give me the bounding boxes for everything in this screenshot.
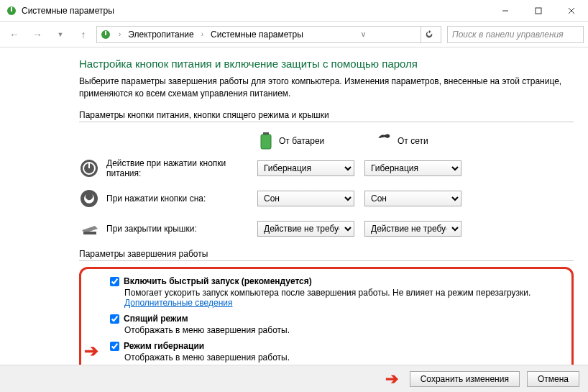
sleep-button-row: При нажатии кнопки сна: Сон Сон xyxy=(79,188,574,209)
sleep-item: Спящий режим Отображать в меню завершени… xyxy=(110,314,561,335)
sleep-checkbox[interactable] xyxy=(110,314,119,324)
sleep-icon xyxy=(79,188,99,209)
address-bar: ← → ▼ ↑ › Электропитание › Системные пар… xyxy=(0,22,588,47)
hibernate-checkbox[interactable] xyxy=(110,342,119,351)
lid-label: При закрытии крышки: xyxy=(106,224,257,234)
lid-ac-select[interactable]: Действие не требуется xyxy=(364,221,461,237)
svg-rect-7 xyxy=(105,31,106,35)
cancel-button[interactable]: Отмена xyxy=(527,371,579,387)
fast-startup-checkbox[interactable] xyxy=(110,277,119,286)
power-button-row: Действие при нажатии кнопки питания: Гиб… xyxy=(79,158,574,179)
minimize-button[interactable] xyxy=(489,0,522,22)
forward-button[interactable]: → xyxy=(27,24,47,45)
laptop-icon xyxy=(79,219,99,239)
breadcrumb-item[interactable]: Электропитание xyxy=(125,28,196,41)
history-dropdown[interactable]: ▼ xyxy=(50,24,70,45)
arrow-annotation-icon: ➔ xyxy=(84,341,98,361)
hibernate-item: Режим гибернации Отображать в меню завер… xyxy=(110,341,561,363)
title-bar: Системные параметры xyxy=(0,0,588,22)
footer: ➔ Сохранить изменения Отмена xyxy=(0,365,588,392)
sleep-ac-select[interactable]: Сон xyxy=(364,191,461,206)
power-ac-select[interactable]: Гибернация xyxy=(364,160,461,176)
svg-point-13 xyxy=(81,190,98,207)
battery-icon xyxy=(259,131,273,151)
maximize-button[interactable] xyxy=(522,0,555,22)
svg-rect-14 xyxy=(83,232,96,234)
up-button[interactable]: ↑ xyxy=(73,24,93,45)
svg-rect-1 xyxy=(11,7,12,12)
back-button[interactable]: ← xyxy=(4,24,24,45)
power-button-label: Действие при нажатии кнопки питания: xyxy=(106,158,257,179)
shutdown-section-label: Параметры завершения работы xyxy=(79,249,574,261)
highlight-box: ➔ Включить быстрый запуск (рекомендуется… xyxy=(79,267,574,365)
more-info-link[interactable]: Дополнительные сведения xyxy=(124,298,232,308)
page-description: Выберите параметры завершения работы для… xyxy=(79,76,574,100)
breadcrumb[interactable]: › Электропитание › Системные параметры v xyxy=(96,26,441,43)
sleep-battery-select[interactable]: Сон xyxy=(257,191,354,206)
column-headers: От батареи От сети xyxy=(79,127,574,158)
power-icon xyxy=(79,158,99,178)
search-input[interactable]: Поиск в панели управления xyxy=(447,26,584,43)
plug-icon xyxy=(377,131,392,151)
breadcrumb-item[interactable]: Системные параметры xyxy=(208,28,306,41)
svg-rect-3 xyxy=(536,8,541,14)
arrow-annotation-icon: ➔ xyxy=(385,370,398,388)
content-area: Настройка кнопок питания и включение защ… xyxy=(0,47,588,365)
sleep-button-label: При нажатии кнопки сна: xyxy=(106,193,257,204)
page-title: Настройка кнопок питания и включение защ… xyxy=(79,58,574,70)
breadcrumb-dropdown[interactable]: v xyxy=(354,27,372,42)
close-button[interactable] xyxy=(555,0,588,22)
refresh-button[interactable] xyxy=(421,27,438,42)
app-icon xyxy=(6,5,17,17)
lid-row: При закрытии крышки: Действие не требует… xyxy=(79,219,574,239)
window-title: Системные параметры xyxy=(22,6,489,16)
svg-rect-9 xyxy=(261,135,271,149)
buttons-section-label: Параметры кнопки питания, кнопки спящего… xyxy=(79,110,574,122)
fast-startup-item: Включить быстрый запуск (рекомендуется) … xyxy=(110,276,561,308)
left-pane xyxy=(0,47,79,365)
power-battery-select[interactable]: Гибернация xyxy=(257,160,354,176)
main-pane: Настройка кнопок питания и включение защ… xyxy=(79,47,588,365)
save-button[interactable]: Сохранить изменения xyxy=(410,371,520,387)
lid-battery-select[interactable]: Действие не требуется xyxy=(257,221,354,237)
